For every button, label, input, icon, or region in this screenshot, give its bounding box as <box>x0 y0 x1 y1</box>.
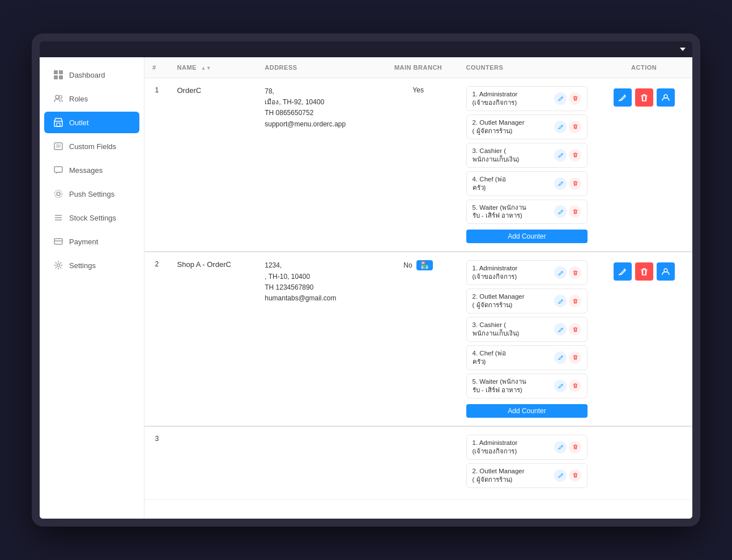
svg-point-13 <box>55 190 62 198</box>
row-3-num: 3 <box>144 426 169 499</box>
svg-rect-6 <box>54 121 62 126</box>
counter-delete-button[interactable] <box>569 205 581 218</box>
counter-edit-button[interactable] <box>554 177 567 190</box>
counter-label-1-2: 2. Outlet Manager ( ผู้จัดการร้าน) <box>473 118 555 135</box>
svg-rect-8 <box>54 143 62 150</box>
col-main-branch: MAIN BRANCH <box>378 57 458 78</box>
add-counter-button[interactable]: Add Counter <box>466 230 588 243</box>
row-1-name: OrderC <box>169 78 257 252</box>
sidebar-item-label-dashboard: Dashboard <box>69 71 105 79</box>
counter-delete-button[interactable] <box>569 351 581 364</box>
row-1-counters: 1. Administrator (เจ้าของกิจการ)2. Outle… <box>458 78 596 252</box>
counter-item-2-5: 5. Waiter (พนักงาน รับ - เสิร์ฟ อาหาร) <box>466 374 588 398</box>
counter-edit-button[interactable] <box>554 295 567 307</box>
counter-edit-button[interactable] <box>554 266 567 279</box>
counter-delete-button[interactable] <box>569 177 581 190</box>
svg-rect-17 <box>54 239 62 244</box>
dashboard-icon <box>53 70 63 80</box>
counter-label-2-5: 5. Waiter (พนักงาน รับ - เสิร์ฟ อาหาร) <box>473 377 555 394</box>
counter-item-2-4: 4. Chef (พ่อ ครัว) <box>466 345 588 370</box>
counter-edit-button[interactable] <box>554 205 567 218</box>
counter-action-buttons <box>554 266 581 279</box>
counter-item-1-3: 3. Cashier ( พนักงานเก็บเงิน) <box>466 143 588 168</box>
svg-point-12 <box>57 192 60 196</box>
counter-label-2-2: 2. Outlet Manager ( ผู้จัดการร้าน) <box>473 292 555 309</box>
counter-action-buttons <box>554 205 581 218</box>
counter-action-buttons <box>554 380 581 392</box>
sidebar-item-label-push-settings: Push Settings <box>69 190 114 198</box>
add-counter-button[interactable]: Add Counter <box>466 404 588 418</box>
counter-item-2-3: 3. Cashier ( พนักงานเก็บเงิน) <box>466 317 588 342</box>
sidebar-item-outlet[interactable]: Outlet <box>44 112 139 133</box>
counter-edit-button[interactable] <box>554 121 567 133</box>
counter-edit-button[interactable] <box>554 323 567 336</box>
counter-label-2-3: 3. Cashier ( พนักงานเก็บเงิน) <box>473 321 555 338</box>
row-2-num: 2 <box>144 252 169 426</box>
row-2-counters: 1. Administrator (เจ้าของกิจการ)2. Outle… <box>458 252 596 426</box>
counter-label-2-4: 4. Chef (พ่อ ครัว) <box>473 349 555 366</box>
svg-point-19 <box>57 264 60 267</box>
sidebar-item-custom-fields[interactable]: Custom Fields <box>44 135 139 157</box>
row-3-address <box>257 426 378 499</box>
counter-delete-button[interactable] <box>569 92 581 105</box>
dropdown-arrow-icon <box>680 48 686 51</box>
counter-delete-button[interactable] <box>569 266 581 279</box>
shop-icon-badge: 🏪 <box>416 260 433 270</box>
row-delete-button[interactable] <box>635 262 653 281</box>
counter-delete-button[interactable] <box>569 323 581 336</box>
row-delete-button[interactable] <box>635 88 653 107</box>
sidebar-item-dashboard[interactable]: Dashboard <box>44 64 139 86</box>
counter-delete-button[interactable] <box>569 469 581 482</box>
push-settings-icon <box>53 189 63 199</box>
counter-item-1-4: 4. Chef (พ่อ ครัว) <box>466 171 588 196</box>
col-counters: COUNTERS <box>458 57 596 78</box>
row-user-button[interactable] <box>657 88 675 107</box>
counter-edit-button[interactable] <box>554 469 567 482</box>
counter-action-buttons <box>554 323 581 336</box>
app-container: DashboardRolesOutletCustom FieldsMessage… <box>40 57 692 519</box>
counter-delete-button[interactable] <box>569 121 581 133</box>
custom-fields-icon <box>53 141 63 151</box>
counter-delete-button[interactable] <box>569 295 581 307</box>
payment-icon <box>53 236 63 247</box>
row-edit-button[interactable] <box>614 262 632 281</box>
row-2-name: Shop A - OrderC <box>169 252 257 426</box>
svg-rect-11 <box>54 167 62 172</box>
counter-edit-button[interactable] <box>554 351 567 364</box>
sidebar-item-stock-settings[interactable]: Stock Settings <box>44 207 139 228</box>
counter-delete-button[interactable] <box>569 441 581 453</box>
row-user-button[interactable] <box>657 262 675 281</box>
counter-label-3-2: 2. Outlet Manager ( ผู้จัดการร้าน) <box>473 467 555 484</box>
col-name: NAME ▲▼ <box>169 57 257 78</box>
counter-edit-button[interactable] <box>554 149 567 162</box>
counter-delete-button[interactable] <box>569 380 581 392</box>
action-buttons-group <box>603 86 684 107</box>
sidebar-item-label-settings: Settings <box>69 261 96 270</box>
sidebar-item-push-settings[interactable]: Push Settings <box>44 183 139 205</box>
svg-rect-3 <box>59 75 63 79</box>
counter-label-1-1: 1. Administrator (เจ้าของกิจการ) <box>473 90 555 107</box>
counter-edit-button[interactable] <box>554 441 567 453</box>
counter-label-1-5: 5. Waiter (พนักงาน รับ - เสิร์ฟ อาหาร) <box>473 203 555 220</box>
counter-edit-button[interactable] <box>554 380 567 392</box>
row-edit-button[interactable] <box>614 88 632 107</box>
row-1-main-branch: Yes <box>378 78 458 252</box>
svg-rect-7 <box>57 123 60 126</box>
counter-item-3-1: 1. Administrator (เจ้าของกิจการ) <box>466 435 588 460</box>
svg-rect-2 <box>54 75 58 79</box>
counter-label-1-3: 3. Cashier ( พนักงานเก็บเงิน) <box>473 147 555 164</box>
sidebar-item-label-custom-fields: Custom Fields <box>69 142 116 151</box>
sidebar-item-payment[interactable]: Payment <box>44 231 139 252</box>
counter-edit-button[interactable] <box>554 92 567 105</box>
sidebar-item-label-outlet: Outlet <box>69 118 89 127</box>
tablet-frame: DashboardRolesOutletCustom FieldsMessage… <box>32 33 700 527</box>
sidebar-item-settings[interactable]: Settings <box>44 254 139 276</box>
action-buttons-group <box>603 260 684 281</box>
svg-point-4 <box>56 95 59 99</box>
counter-action-buttons <box>554 351 581 364</box>
sidebar-item-messages[interactable]: Messages <box>44 159 139 181</box>
sidebar-item-roles[interactable]: Roles <box>44 88 139 109</box>
counter-delete-button[interactable] <box>569 149 581 162</box>
row-3-counters: 1. Administrator (เจ้าของกิจการ)2. Outle… <box>458 426 596 499</box>
counter-action-buttons <box>554 295 581 307</box>
